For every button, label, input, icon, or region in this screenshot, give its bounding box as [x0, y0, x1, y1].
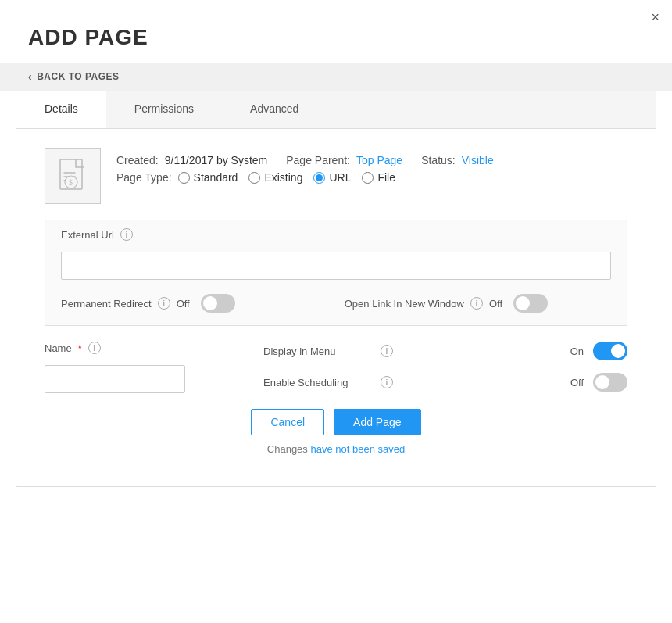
external-url-input[interactable] — [61, 252, 611, 280]
cancel-button[interactable]: Cancel — [251, 409, 324, 435]
radio-standard-input[interactable] — [178, 172, 190, 184]
external-url-info-icon: i — [120, 228, 133, 241]
type-label: Page Type: — [116, 171, 172, 184]
back-link-label: BACK TO PAGES — [37, 71, 119, 82]
display-menu-row: Display in Menu i On — [263, 342, 627, 360]
display-menu-info-icon: i — [381, 345, 393, 357]
radio-file-label: File — [377, 171, 395, 184]
permanent-redirect-info-icon: i — [158, 297, 170, 310]
open-link-slider — [513, 294, 548, 313]
display-menu-slider — [593, 342, 627, 360]
page-title: ADD PAGE — [0, 0, 672, 63]
options-col: Display in Menu i On Enable Scheduling i… — [263, 342, 627, 392]
name-label: Name — [45, 342, 72, 354]
save-status: Changes have not been saved — [45, 443, 627, 467]
created-value: 9/11/2017 by System — [165, 154, 268, 166]
tab-details-content: $ Created: 9/11/2017 by System Page Pare… — [16, 129, 656, 486]
meta-created-row: Created: 9/11/2017 by System Page Parent… — [116, 154, 494, 166]
save-status-highlight: have not been saved — [310, 443, 405, 455]
enable-scheduling-slider — [593, 373, 627, 392]
enable-scheduling-label: Enable Scheduling — [263, 377, 381, 388]
radio-file[interactable]: File — [362, 171, 395, 184]
permanent-redirect-toggle[interactable] — [201, 294, 235, 313]
enable-scheduling-state: Off — [570, 377, 584, 388]
radio-existing[interactable]: Existing — [248, 171, 302, 184]
open-link-info-icon: i — [470, 297, 483, 310]
page-type-radio-group: Standard Existing URL File — [178, 171, 395, 184]
enable-scheduling-row: Enable Scheduling i Off — [263, 373, 627, 392]
display-menu-label: Display in Menu — [263, 346, 381, 357]
back-to-pages-link[interactable]: ‹ BACK TO PAGES — [0, 63, 672, 91]
form-two-col: Name * i Display in Menu i On — [45, 342, 627, 393]
radio-standard-label: Standard — [194, 171, 238, 184]
tab-bar: Details Permissions Advanced — [16, 91, 656, 129]
name-info-icon: i — [88, 342, 101, 354]
url-section: External Url i Permanent Redirect i Off … — [45, 220, 627, 326]
created-label: Created: — [116, 154, 159, 166]
name-required-star: * — [78, 342, 82, 354]
name-input-wrapper — [45, 365, 232, 393]
save-status-prefix: Changes — [267, 443, 311, 455]
radio-url-input[interactable] — [313, 172, 325, 184]
parent-value: Top Page — [356, 154, 402, 166]
tab-advanced[interactable]: Advanced — [222, 91, 327, 128]
name-col: Name * i — [45, 342, 232, 393]
radio-standard[interactable]: Standard — [178, 171, 238, 184]
actions-row: Cancel Add Page — [45, 393, 627, 443]
svg-text:$: $ — [69, 178, 73, 187]
enable-scheduling-toggle[interactable] — [593, 373, 627, 392]
radio-url[interactable]: URL — [313, 171, 351, 184]
permanent-redirect-slider — [201, 294, 235, 313]
display-menu-state: On — [570, 346, 584, 357]
tab-permissions[interactable]: Permissions — [106, 91, 222, 128]
page-icon-box: $ — [45, 148, 101, 204]
display-menu-toggle[interactable] — [593, 342, 627, 360]
permanent-redirect-toggle-section: Permanent Redirect i Off — [61, 294, 235, 313]
name-input[interactable] — [45, 365, 185, 393]
external-url-field-row: External Url i — [61, 228, 611, 241]
external-url-label: External Url — [61, 229, 114, 241]
document-icon: $ — [59, 159, 87, 193]
permanent-redirect-label: Permanent Redirect — [61, 298, 152, 310]
radio-url-label: URL — [329, 171, 351, 184]
enable-scheduling-info-icon: i — [381, 376, 393, 388]
main-card: Details Permissions Advanced $ Created: … — [16, 91, 656, 487]
radio-existing-label: Existing — [264, 171, 302, 184]
page-meta: Created: 9/11/2017 by System Page Parent… — [116, 148, 494, 184]
chevron-left-icon: ‹ — [28, 70, 32, 83]
radio-file-input[interactable] — [362, 172, 374, 184]
permanent-redirect-state: Off — [177, 298, 190, 310]
open-link-state: Off — [489, 298, 502, 310]
open-link-label: Open Link In New Window — [345, 298, 464, 310]
name-field-row: Name * i — [45, 342, 232, 354]
close-button[interactable]: × — [651, 9, 659, 26]
add-page-button[interactable]: Add Page — [334, 409, 421, 435]
tab-details[interactable]: Details — [16, 91, 106, 128]
right-options: Display in Menu i On Enable Scheduling i… — [263, 342, 627, 392]
open-link-toggle-section: Open Link In New Window i Off — [345, 294, 548, 313]
status-label: Status: — [421, 154, 456, 166]
parent-label: Page Parent: — [286, 154, 350, 166]
open-link-toggle[interactable] — [513, 294, 548, 313]
page-info-row: $ Created: 9/11/2017 by System Page Pare… — [45, 148, 627, 204]
meta-type-row: Page Type: Standard Existing URL — [116, 171, 494, 184]
radio-existing-input[interactable] — [248, 172, 260, 184]
status-value: Visible — [462, 154, 494, 166]
